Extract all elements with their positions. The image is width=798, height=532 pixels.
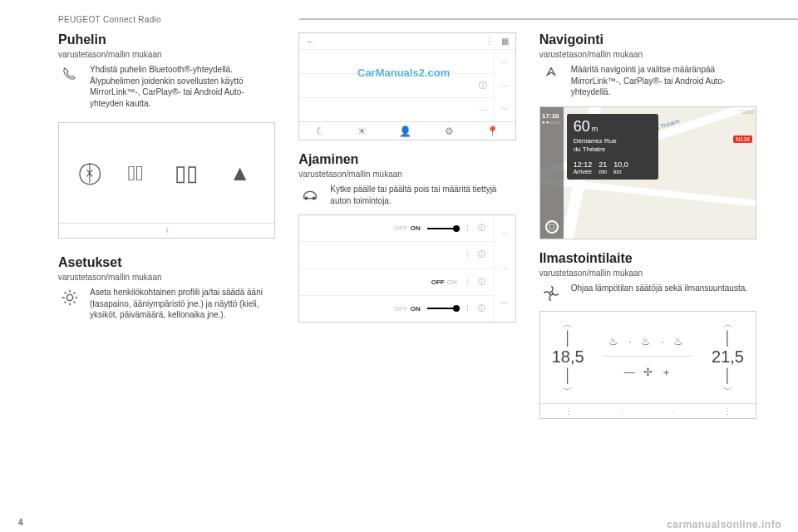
scroll-down-icon[interactable]: ﹀ <box>495 286 515 322</box>
info-icon[interactable]: ⓘ <box>478 249 485 260</box>
phone-title: Puhelin <box>58 32 275 47</box>
night-mode-icon[interactable]: ☾ <box>316 126 325 137</box>
climate-foot-icon[interactable]: ⋮ <box>564 406 573 416</box>
scroll-up-icon[interactable]: ︿ <box>495 215 515 251</box>
nav-dest-line1: Démarrez Rue <box>574 137 617 145</box>
nav-desc: Määritä navigointi ja valitse määränpää … <box>571 64 756 98</box>
gear-icon <box>58 287 81 321</box>
phone-panel: ᚼ⃝ ▶⃝ ▯▯ ▲ ᚼ <box>58 122 275 239</box>
driving-subtitle: varustetason/mallin mukaan <box>298 170 515 179</box>
nav-instruction-card: 60m Démarrez Rue du Théatre 12:12Arrivée… <box>567 114 658 180</box>
svg-point-0 <box>66 294 72 300</box>
shortcut-panel: ← ⋮ ▦ ⓘ ⋯ <box>298 32 515 140</box>
watermark-carmanualsonline: carmanualsonline.info <box>667 519 781 530</box>
menu-icon[interactable]: ⋮ <box>464 278 471 286</box>
list-item[interactable]: ⓘ <box>299 74 493 98</box>
slider[interactable] <box>427 228 457 229</box>
info-icon[interactable]: ⓘ <box>478 223 485 234</box>
brightness-icon[interactable]: ☀ <box>357 126 367 137</box>
stop-nav-button[interactable]: ▢ <box>545 220 559 234</box>
toggle-row[interactable]: OFFON ⋮ ⓘ <box>299 215 493 242</box>
grid-icon[interactable]: ▦ <box>501 37 509 46</box>
temp-right-down[interactable]: ﹀ <box>723 385 733 395</box>
climate-desc: Ohjaa lämpötilan säätöjä sekä ilmansuunt… <box>571 283 747 303</box>
svg-point-3 <box>549 292 553 295</box>
scroll-mid-icon: ⋯ <box>495 251 515 287</box>
info-icon[interactable]: ⓘ <box>479 80 487 91</box>
profile-icon[interactable]: 👤 <box>399 126 411 137</box>
phone-mirror-icon[interactable]: ▯▯ <box>175 160 198 186</box>
climate-foot-icon[interactable]: ⋮ <box>723 406 732 416</box>
temp-right-value: 21,5 <box>712 347 744 367</box>
temp-left-down[interactable]: ﹀ <box>563 385 573 395</box>
phone-icon <box>58 64 81 109</box>
nav-sidebar: 17:10 ●●○○○ ▢ <box>540 107 564 239</box>
menu-icon[interactable]: ⋮ <box>464 304 471 313</box>
settings-subtitle: varustetason/mallin mukaan <box>58 273 275 282</box>
driving-title: Ajaminen <box>298 152 515 167</box>
settings-desc: Aseta henkilökohtainen profiili ja/tai s… <box>90 287 275 321</box>
climate-foot-icon[interactable]: · <box>621 406 623 416</box>
compass-icon <box>539 64 563 98</box>
info-icon[interactable]: ⓘ <box>478 277 485 288</box>
temp-left-value: 18,5 <box>552 347 584 367</box>
scroll-down-icon[interactable]: ﹀ <box>495 97 515 121</box>
bluetooth-ring-icon[interactable]: ᚼ⃝ <box>83 160 96 186</box>
temp-left-up[interactable]: ︿ <box>563 319 573 329</box>
phone-desc: Yhdistä puhelin Bluetooth®-yhteydellä. Ä… <box>90 64 275 109</box>
climate-subtitle: varustetason/mallin mukaan <box>539 268 756 278</box>
toggle-row[interactable]: ⋮ ⓘ <box>299 242 493 268</box>
climate-foot-icon[interactable]: · <box>672 406 675 416</box>
android-auto-icon[interactable]: ▲ <box>229 160 251 186</box>
fan-speed-icon: ✢ <box>643 366 653 378</box>
nav-subtitle: varustetason/mallin mukaan <box>539 50 756 59</box>
row-more-icon[interactable]: ⋯ <box>479 106 487 115</box>
info-icon[interactable]: ⓘ <box>478 303 485 314</box>
driving-panel: OFFON ⋮ ⓘ ⋮ ⓘ OFFON ⋮ ⓘ O <box>298 214 515 323</box>
scroll-up-icon[interactable]: ︿ <box>495 50 515 74</box>
car-icon <box>298 184 322 206</box>
temp-right-up[interactable]: ︿ <box>723 319 733 329</box>
driving-desc: Kytke päälle tai päältä pois tai määritä… <box>330 184 515 206</box>
play-ring-icon[interactable]: ▶⃝ <box>127 160 143 186</box>
page-number: 4 <box>18 518 23 527</box>
location-icon[interactable]: 📍 <box>486 126 499 137</box>
list-item[interactable] <box>299 50 493 74</box>
phone-panel-foot: ᚼ <box>59 223 274 238</box>
toggle-row[interactable]: OFFON ⋮ ⓘ <box>299 269 493 296</box>
nav-dest-line2: du Théatre <box>574 145 606 153</box>
list-item[interactable]: ⋯ <box>299 98 493 121</box>
seat-heat-icons[interactable]: ♨ · ♨ · ♨ <box>608 335 687 347</box>
nav-distance: 60 <box>574 118 590 135</box>
nav-clock: 17:10 <box>542 112 561 120</box>
nav-page-dots: ●●○○○ <box>542 120 561 125</box>
nav-title: Navigointi <box>539 32 756 47</box>
climate-panel: ︿ │ 18,5 │ ﹀ ♨ · ♨ · ♨ — ✢ ＋ <box>539 311 756 419</box>
fan-minus-button[interactable]: — <box>624 366 635 378</box>
fan-icon <box>539 283 563 303</box>
menu-icon[interactable]: ⋮ <box>464 251 471 259</box>
top-more-icon[interactable]: ⋮ <box>485 37 494 46</box>
header-rule <box>299 18 798 20</box>
nav-map-panel[interactable]: Castl Rue du Théatre N118 17:10 ●●○○○ ▢ … <box>539 106 756 239</box>
fan-plus-button[interactable]: ＋ <box>661 365 672 380</box>
settings-foot-icon[interactable]: ⚙ <box>445 126 454 137</box>
settings-title: Asetukset <box>58 255 275 270</box>
slider[interactable] <box>427 308 457 309</box>
toggle-row[interactable]: OFFON ⋮ ⓘ <box>299 296 493 322</box>
climate-title: Ilmastointilaite <box>539 251 756 266</box>
scroll-mid-icon: ⋯ <box>495 74 515 98</box>
phone-subtitle: varustetason/mallin mukaan <box>58 50 275 59</box>
back-icon[interactable]: ← <box>306 37 314 46</box>
menu-icon[interactable]: ⋮ <box>464 224 471 233</box>
map-poi-label: Castl <box>741 109 754 115</box>
road-badge: N118 <box>733 135 752 143</box>
